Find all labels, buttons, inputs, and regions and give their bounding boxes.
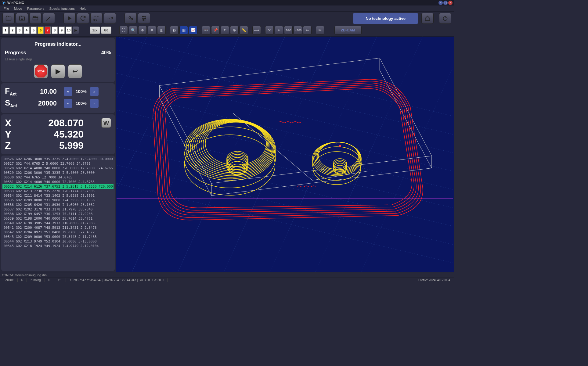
coordinates-panel: W X208.070 Y45.320 Z5.999 (1, 114, 115, 154)
rot90-button[interactable]: ↻90 (284, 26, 293, 34)
rates-panel: FAct 10.00 « 100% » SAct 20000 « 100% » (1, 83, 115, 113)
gcode-line[interactable]: 00530 G02 Y44.6765 I2.7000 J4.6765 (2, 175, 114, 180)
reload-button[interactable] (77, 13, 89, 24)
feed-value: 10.00 (23, 88, 57, 95)
scale100-button[interactable]: ↔100 (294, 26, 302, 34)
gcode-line[interactable]: 00535 G02 X209.0000 Y31.9000 I-4.3956 J6… (2, 198, 114, 203)
grid-button[interactable]: ▦ (179, 26, 188, 34)
run-single-step-checkbox[interactable]: Run single step (5, 57, 111, 61)
status-coords: X6286.754 : Y5154.347 | X6276.754 : Y514… (66, 278, 168, 282)
spindle-value: 20000 (23, 99, 57, 107)
close-button[interactable]: × (448, 1, 453, 5)
edit-button[interactable] (43, 13, 55, 24)
gcode-line[interactable]: 00545 G02 X218.1924 Y49.1924 I-4.9749 J-… (2, 244, 114, 248)
open-button[interactable] (2, 13, 15, 24)
tool-9-button[interactable]: 9 (59, 27, 65, 34)
settings-button[interactable] (124, 13, 137, 24)
gcode-line[interactable]: 00538 G02 X199.6457 Y36.1253 I5.5111 J7.… (2, 212, 114, 216)
move-p-button[interactable]: →P (104, 13, 116, 24)
tool-10-button[interactable]: 10 (66, 27, 72, 34)
gcode-line[interactable]: 00544 G02 X213.9749 Y52.0104 I0.0000 J-1… (2, 239, 114, 244)
gcode-line[interactable]: 00527 G02 Y44.6765 Z-5.0000 I2.7000 J4.6… (2, 161, 114, 166)
tool-2-button[interactable]: 2 (9, 27, 16, 34)
viewport-3d[interactable] (116, 37, 454, 272)
target-button[interactable]: ⊕ (230, 26, 239, 34)
glasses-button[interactable]: 👓 (202, 26, 210, 34)
stop-button[interactable]: STOP (34, 64, 48, 78)
feed-decrease-button[interactable]: « (64, 87, 72, 96)
gcode-line[interactable]: 00539 G02 X198.2000 Y40.0000 I8.7614 J5.… (2, 216, 114, 221)
zoom-button[interactable]: 🔍 (129, 26, 137, 34)
cam-button[interactable]: 2D-CAM (334, 26, 362, 34)
tool-3-button[interactable]: 3 (16, 27, 23, 34)
return-button[interactable]: ↩ (68, 64, 82, 78)
gcode-line[interactable]: 00534 G02 X211.8414 Y33.1402 I-5.9285 J3… (2, 193, 114, 198)
svg-line-10 (117, 110, 453, 190)
status-online: online (2, 278, 18, 282)
cube-button[interactable]: ◫ (157, 26, 166, 34)
svg-line-22 (361, 67, 453, 272)
chart-button[interactable]: 📈 (189, 26, 197, 34)
move-xy-button[interactable]: →←XY (90, 13, 103, 24)
play-button[interactable] (63, 13, 76, 24)
minimize-button[interactable]: − (438, 1, 443, 5)
gcode-panel[interactable]: 00526 G02 X206.3000 Y35.3235 Z-4.0000 I-… (1, 156, 115, 271)
gcode-line[interactable]: 00543 G02 X209.0000 Y53.0000 I5.3443 J-1… (2, 235, 114, 239)
mirror-button[interactable]: ⇔ (303, 26, 312, 34)
tool-8-button[interactable]: 8 (52, 27, 58, 34)
gcode-line[interactable]: 00528 G02 X214.4000 Y40.0000 Z-6.0000 I2… (2, 166, 114, 170)
open-favorite-button[interactable] (16, 13, 28, 24)
tool-6-button[interactable]: 6 (38, 27, 44, 34)
svg-line-14 (117, 183, 453, 263)
center-button[interactable]: ✦ (275, 26, 283, 34)
fit-view-button[interactable]: ⛶ (119, 26, 128, 34)
crop-button[interactable]: ✂ (316, 26, 324, 34)
pin-button[interactable]: 📌 (211, 26, 220, 34)
gcode-line[interactable]: 00536 G02 X205.6420 Y31.8930 I-1.6960 J8… (2, 203, 114, 207)
gcode-line[interactable]: 00532 G02 X214.6126 Y37.6752 I-5.2815 J-… (2, 184, 114, 189)
y-value: 45.320 (20, 129, 111, 140)
lbl-1xx[interactable]: 1xx (90, 27, 100, 34)
tool-next-button[interactable]: ▶ (73, 27, 79, 34)
pan-button[interactable]: ✥ (138, 26, 147, 34)
distance-button[interactable]: ⟷ (252, 26, 261, 34)
tool-5-button[interactable]: 5 (31, 27, 37, 34)
technology-status: No technology active (353, 13, 418, 24)
power-button[interactable] (439, 13, 451, 24)
gcode-line[interactable]: 00526 G02 X206.3000 Y35.3235 Z-4.0000 I-… (2, 157, 114, 161)
gcode-line[interactable]: 00529 G02 X206.3000 Y35.3235 I-5.4000 J0… (2, 170, 114, 175)
menu-help[interactable]: Help (77, 6, 89, 11)
app-title: WinPC-NC (7, 1, 24, 5)
gcode-line[interactable]: 00533 G02 X213.7730 Y35.2270 I-6.1774 J0… (2, 189, 114, 193)
tool-4-button[interactable]: 4 (23, 27, 30, 34)
spindle-decrease-button[interactable]: « (64, 99, 72, 108)
resume-button[interactable]: ▶ (51, 64, 65, 78)
contrast-button[interactable]: ◐ (170, 26, 179, 34)
maximize-button[interactable]: ◻ (443, 1, 448, 5)
status-zero: 0 (45, 278, 54, 282)
gcode-line[interactable]: 00537 G02 X202.3178 Y33.3178 I1.7978 J8.… (2, 207, 114, 212)
ruler-button[interactable]: 📏 (240, 26, 248, 34)
rotate-button[interactable]: ❋ (148, 26, 156, 34)
gcode-line[interactable]: 00531 G02 X214.4000 Y40.0000 I2.7000 J-4… (2, 180, 114, 184)
menu-move[interactable]: Move (12, 6, 25, 11)
menu-parameters[interactable]: Parameters (25, 6, 47, 11)
lbl-g0[interactable]: G0 (101, 27, 111, 34)
wcs-button[interactable]: W (101, 118, 111, 128)
home-button[interactable] (421, 13, 434, 24)
feed-increase-button[interactable]: » (90, 87, 99, 96)
gcode-line[interactable]: 00541 G02 X200.4087 Y48.5913 I11.3431 J-… (2, 225, 114, 230)
menu-special[interactable]: Special functions (47, 6, 77, 11)
menu-file[interactable]: File (1, 6, 12, 11)
extents-button[interactable]: ⤧ (265, 26, 274, 34)
tool-toolbar: 12345678910 ▶ 1xx G0 ⛶ 🔍 ✥ ❋ ◫ ◐ ▦ 📈 👓 📌… (0, 25, 454, 37)
undo-button[interactable]: ↶ (221, 26, 229, 34)
gcode-line[interactable]: 00542 G02 X204.0921 Y51.8488 I9.8768 J-7… (2, 230, 114, 235)
svg-rect-58 (339, 145, 341, 147)
tool-7-button[interactable]: 7 (45, 27, 51, 34)
spindle-increase-button[interactable]: » (90, 99, 99, 108)
gcode-line[interactable]: 00540 G02 X198.3985 Y44.3913 I10.8806 J1… (2, 221, 114, 225)
tool-1-button[interactable]: 1 (2, 27, 9, 34)
sliders-button[interactable] (138, 13, 150, 24)
open-recent-button[interactable] (29, 13, 41, 24)
